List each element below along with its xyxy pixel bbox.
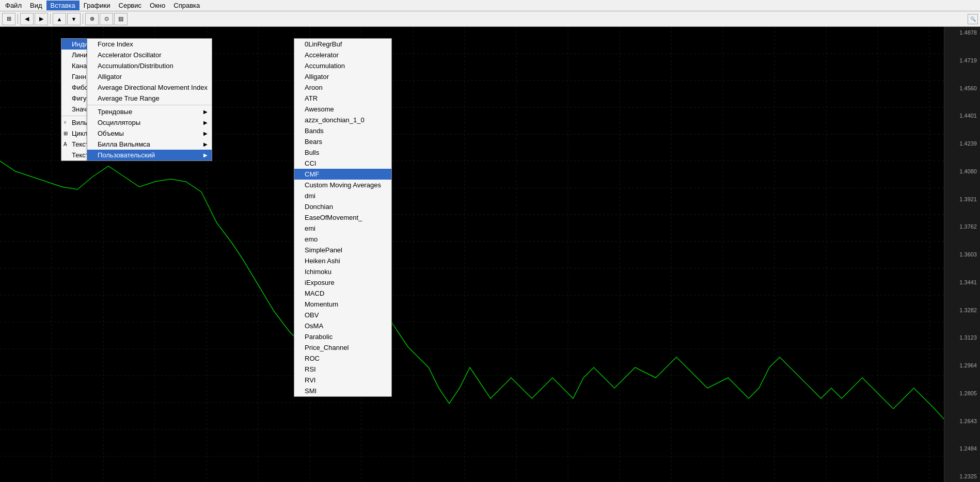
- menu-custom-item-parabolic[interactable]: Parabolic: [294, 331, 391, 342]
- fork-icon: ⑂: [64, 120, 67, 125]
- menu-window[interactable]: Окно: [146, 1, 169, 10]
- price-label-4: 1.4239: [945, 140, 979, 147]
- price-label-7: 1.3762: [945, 223, 979, 230]
- menu-custom-item-simplepanel[interactable]: SimplePanel: [294, 245, 391, 255]
- toolbar-sep-2: [50, 14, 51, 24]
- arrow-icon: ▶: [203, 141, 208, 147]
- menu-custom-item-bears[interactable]: Bears: [294, 136, 391, 147]
- arrow-icon: ▶: [203, 120, 208, 125]
- menu-insert[interactable]: Вставка: [46, 1, 80, 10]
- menu-custom-item-custom-ma[interactable]: Custom Moving Averages: [294, 180, 391, 190]
- menu-item-force-index[interactable]: Force Index: [87, 39, 212, 50]
- toolbar-btn-add[interactable]: ⊕: [85, 13, 99, 25]
- menu-custom-item-azzx[interactable]: azzx_donchian_1_0: [294, 115, 391, 125]
- menu-indicators-dropdown: Force Index Accelerator Oscillator Accum…: [87, 38, 212, 161]
- menu-custom-item-easeofmovement[interactable]: EaseOfMovement_: [294, 212, 391, 223]
- menu-custom-item-alligator[interactable]: Alligator: [294, 71, 391, 82]
- menu-view[interactable]: Вид: [26, 1, 46, 10]
- menu-custom-item-accumulation[interactable]: Accumulation: [294, 60, 391, 71]
- menu-item-admi[interactable]: Average Directional Movement Index: [87, 82, 212, 93]
- menu-custom-item-dmi[interactable]: dmi: [294, 190, 391, 201]
- price-label-14: 1.2643: [945, 418, 979, 424]
- cycle-icon: ⊞: [64, 131, 68, 136]
- price-label-9: 1.3441: [945, 279, 979, 285]
- menu-custom-item-momentum[interactable]: Momentum: [294, 299, 391, 310]
- toolbar-btn-prev[interactable]: ◀: [20, 13, 34, 25]
- menu-custom-item-0linregrBuf[interactable]: 0LinRegrBuf: [294, 39, 391, 50]
- toolbar-btn-clock[interactable]: ⊙: [100, 13, 113, 25]
- menu-item-oscillators[interactable]: Осцилляторы ▶: [87, 117, 212, 128]
- menu-help[interactable]: Справка: [169, 1, 204, 10]
- arrow-icon: ▶: [203, 109, 208, 115]
- menu-custom-item-emi[interactable]: emi: [294, 223, 391, 234]
- menu-item-custom[interactable]: Пользовательский ▶: [87, 150, 212, 160]
- menu-custom-item-macd[interactable]: MACD: [294, 288, 391, 299]
- menu-service[interactable]: Сервис: [115, 1, 146, 10]
- price-label-5: 1.4080: [945, 168, 979, 174]
- menu-custom-item-heiken-ashi[interactable]: Heiken Ashi: [294, 255, 391, 266]
- toolbar-btn-grid[interactable]: ⊞: [2, 13, 15, 25]
- menu-custom-item-iexposure[interactable]: iExposure: [294, 277, 391, 288]
- price-label-0: 1.4878: [945, 29, 979, 36]
- menu-custom-item-donchian[interactable]: Donchian: [294, 201, 391, 212]
- menu-custom-item-atr[interactable]: ATR: [294, 93, 391, 104]
- menu-sep-2: [87, 105, 212, 105]
- price-label-6: 1.3921: [945, 196, 979, 202]
- price-label-8: 1.3603: [945, 251, 979, 258]
- menu-item-accumulation-dist[interactable]: Accumulation/Distribution: [87, 60, 212, 71]
- price-label-11: 1.3123: [945, 334, 979, 341]
- toolbar-btn-down[interactable]: ▼: [67, 13, 81, 25]
- toolbar-sep-1: [18, 14, 18, 24]
- menu-file[interactable]: Файл: [1, 1, 26, 10]
- price-label-16: 1.2325: [945, 473, 979, 479]
- chart-area: 1.4878 1.4719 1.4560 1.4401 1.4239 1.408…: [0, 27, 980, 482]
- arrow-icon: ▶: [203, 131, 208, 136]
- price-label-15: 1.2484: [945, 445, 979, 452]
- menu-custom-item-bands[interactable]: Bands: [294, 125, 391, 136]
- menu-custom-item-aroon[interactable]: Aroon: [294, 82, 391, 93]
- price-label-2: 1.4560: [945, 85, 979, 91]
- menu-item-atr[interactable]: Average True Range: [87, 93, 212, 104]
- menu-item-accelerator-osc[interactable]: Accelerator Oscillator: [87, 50, 212, 60]
- price-label-1: 1.4719: [945, 57, 979, 63]
- menu-custom-item-cci[interactable]: CCI: [294, 158, 391, 169]
- menu-item-alligator[interactable]: Alligator: [87, 71, 212, 82]
- toolbar-btn-search[interactable]: 🔍: [968, 14, 978, 24]
- toolbar-sep-3: [83, 14, 83, 24]
- toolbar-btn-up[interactable]: ▲: [53, 13, 66, 25]
- menu-custom-dropdown: 0LinRegrBuf Accelerator Accumulation All…: [294, 38, 392, 397]
- menu-custom-item-osma[interactable]: OsMA: [294, 320, 391, 331]
- menu-custom-item-accelerator[interactable]: Accelerator: [294, 50, 391, 60]
- menubar: Файл Вид Вставка Графики Сервис Окно Спр…: [0, 0, 980, 11]
- menu-custom-item-rvi[interactable]: RVI: [294, 375, 391, 385]
- price-label-10: 1.3282: [945, 307, 979, 313]
- text-icon: A: [64, 141, 67, 147]
- menu-custom-item-smi[interactable]: SMI: [294, 385, 391, 396]
- price-label-3: 1.4401: [945, 113, 979, 119]
- price-label-12: 1.2964: [945, 362, 979, 368]
- menu-item-volumes[interactable]: Объемы ▶: [87, 128, 212, 139]
- price-label-13: 1.2805: [945, 390, 979, 396]
- arrow-icon: ▶: [203, 152, 208, 158]
- menu-custom-item-obv[interactable]: OBV: [294, 310, 391, 320]
- menu-item-trend[interactable]: Трендовые ▶: [87, 106, 212, 117]
- menu-custom-item-emo[interactable]: emo: [294, 234, 391, 245]
- menu-custom-item-awesome[interactable]: Awesome: [294, 104, 391, 115]
- price-axis: 1.4878 1.4719 1.4560 1.4401 1.4239 1.408…: [944, 27, 980, 482]
- toolbar-btn-table[interactable]: ▤: [114, 13, 128, 25]
- toolbar: ⊞ ◀ ▶ ▲ ▼ ⊕ ⊙ ▤ 🔍: [0, 11, 980, 27]
- menu-custom-item-price-channel[interactable]: Price_Channel: [294, 342, 391, 353]
- menu-custom-item-cmf[interactable]: CMF: [294, 169, 391, 180]
- menu-custom-item-roc[interactable]: ROC: [294, 353, 391, 364]
- toolbar-btn-next[interactable]: ▶: [35, 13, 48, 25]
- menu-charts[interactable]: Графики: [80, 1, 115, 10]
- menu-custom-item-rsi[interactable]: RSI: [294, 364, 391, 375]
- menu-custom-item-ichimoku[interactable]: Ichimoku: [294, 266, 391, 277]
- menu-custom-item-bulls[interactable]: Bulls: [294, 147, 391, 158]
- menu-item-bill-williams[interactable]: Билла Вильямса ▶: [87, 139, 212, 150]
